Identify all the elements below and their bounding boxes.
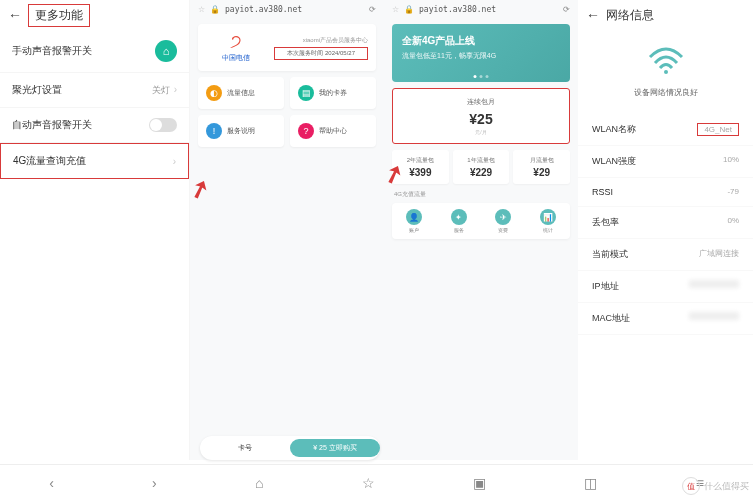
grid-label: 我的卡券	[319, 88, 347, 98]
grid-traffic-info[interactable]: ◐流量信息	[198, 77, 284, 109]
row-4g-recharge[interactable]: 4G流量查询充值 ›	[0, 143, 189, 179]
telecom-card: ੭ 中国电信 xiaomi产品会员服务中心 本次服务时间 2024/05/27	[198, 24, 376, 71]
buy-now-button[interactable]: ¥ 25 立即购买	[290, 439, 380, 457]
grid-service-info[interactable]: !服务说明	[198, 115, 284, 147]
row-auto-alarm[interactable]: 自动声音报警开关	[0, 108, 189, 143]
user-icon: 👤	[406, 209, 422, 225]
url-bar: ☆ 🔒 payiot.av380.net ⟳	[190, 0, 384, 19]
nav-home-icon[interactable]: ⌂	[255, 475, 263, 491]
nav-windows-icon[interactable]: ◫	[584, 475, 597, 491]
promo-banner[interactable]: 全新4G产品上线 流量包低至11元，畅享无限4G	[392, 24, 570, 82]
banner-title: 全新4G产品上线	[402, 34, 560, 48]
chevron-right-icon: ›	[174, 84, 177, 95]
telecom-line1: xiaomi产品会员服务中心	[266, 36, 368, 45]
grid-label: 帮助中心	[319, 126, 347, 136]
ip-value	[689, 280, 739, 288]
pack-row: 2年流量包¥399 1年流量包¥229 月流量包¥29	[392, 150, 570, 184]
nav-fwd-icon[interactable]: ›	[152, 475, 157, 491]
reload-icon[interactable]: ⟳	[369, 5, 376, 14]
pack-price: ¥25	[401, 111, 561, 127]
home-icon: ⌂	[155, 40, 177, 62]
row-spotlight[interactable]: 聚光灯设置 关灯›	[0, 73, 189, 108]
row-label: 手动声音报警开关	[12, 44, 92, 58]
grid-label: 流量信息	[227, 88, 255, 98]
wifi-icon	[578, 46, 753, 83]
help-icon: ?	[298, 123, 314, 139]
ic-stats[interactable]: 📊统计	[540, 209, 556, 233]
ic-service[interactable]: ✦服务	[451, 209, 467, 233]
star-icon[interactable]: ☆	[198, 5, 205, 14]
chevron-right-icon: ›	[173, 156, 176, 167]
wifi-status-text: 设备网络情况良好	[578, 87, 753, 98]
back-icon[interactable]: ←	[586, 7, 600, 23]
watermark: 值 什么值得买	[682, 477, 749, 495]
recharge-label: 4G充值流量	[394, 190, 568, 199]
grid-my-cards[interactable]: ▤我的卡券	[290, 77, 376, 109]
lock-icon: 🔒	[210, 5, 220, 14]
row-mac: MAC地址	[578, 303, 753, 335]
wifi-status: 设备网络情况良好	[578, 30, 753, 114]
plane-icon: ✈	[495, 209, 511, 225]
row-ip: IP地址	[578, 271, 753, 303]
purchase-bar[interactable]: 卡号 ¥ 25 立即购买	[200, 436, 380, 460]
pack-title: 2年流量包	[395, 156, 446, 165]
grid-label: 服务说明	[227, 126, 255, 136]
star-icon[interactable]: ☆	[392, 5, 399, 14]
row-label: 聚光灯设置	[12, 83, 62, 97]
page-title: 更多功能	[28, 4, 90, 27]
telecom-date: 本次服务时间 2024/05/27	[274, 47, 368, 60]
traffic-icon: ◐	[206, 85, 222, 101]
nav-back-icon[interactable]: ‹	[49, 475, 54, 491]
pack-unit: 元/月	[401, 129, 561, 135]
toggle-switch[interactable]	[149, 118, 177, 132]
url-text: payiot.av380.net	[225, 5, 302, 14]
reload-icon[interactable]: ⟳	[563, 5, 570, 14]
row-rssi: RSSI-79	[578, 178, 753, 207]
pack-1y[interactable]: 1年流量包¥229	[453, 150, 510, 184]
nav-bookmark-icon[interactable]: ☆	[362, 475, 375, 491]
featured-pack[interactable]: 连续包月 ¥25 元/月	[392, 88, 570, 144]
watermark-text: 什么值得买	[704, 480, 749, 493]
back-icon[interactable]: ←	[8, 7, 22, 23]
star-icon-2: ✦	[451, 209, 467, 225]
card-number-tab[interactable]: 卡号	[200, 443, 290, 453]
ic-fee[interactable]: ✈资费	[495, 209, 511, 233]
row-value: 关灯	[152, 85, 170, 95]
row-mode: 当前模式广域网连接	[578, 239, 753, 271]
row-label: 4G流量查询充值	[13, 154, 86, 168]
pack-title: 月流量包	[516, 156, 567, 165]
row-label: 自动声音报警开关	[12, 118, 92, 132]
grid-help[interactable]: ?帮助中心	[290, 115, 376, 147]
row-manual-alarm[interactable]: 手动声音报警开关 ⌂	[0, 30, 189, 73]
ic-account[interactable]: 👤账户	[406, 209, 422, 233]
pack-price: ¥229	[456, 167, 507, 178]
row-wlan-strength: WLAN强度10%	[578, 146, 753, 178]
url-text: payiot.av380.net	[419, 5, 496, 14]
lock-icon: 🔒	[404, 5, 414, 14]
banner-sub: 流量包低至11元，畅享无限4G	[402, 51, 560, 61]
info-icon: !	[206, 123, 222, 139]
pack-month[interactable]: 月流量包¥29	[513, 150, 570, 184]
browser-bottom-bar: ‹ › ⌂ ☆ ▣ ◫ ≡	[0, 464, 753, 500]
page-title: 网络信息	[606, 7, 654, 24]
row-packet-loss: 丢包率0%	[578, 207, 753, 239]
nav-tabs-icon[interactable]: ▣	[473, 475, 486, 491]
svg-point-0	[664, 70, 668, 74]
network-info-list: WLAN名称4G_Net WLAN强度10% RSSI-79 丢包率0% 当前模…	[578, 114, 753, 335]
pack-price: ¥29	[516, 167, 567, 178]
mac-value	[689, 312, 739, 320]
telecom-logo: ੭ 中国电信	[206, 32, 266, 63]
pack-title: 1年流量包	[456, 156, 507, 165]
url-bar: ☆ 🔒 payiot.av380.net ⟳	[384, 0, 578, 19]
icon-row: 👤账户 ✦服务 ✈资费 📊统计	[392, 203, 570, 239]
chart-icon: 📊	[540, 209, 556, 225]
feature-grid: ◐流量信息 ▤我的卡券 !服务说明 ?帮助中心	[198, 77, 376, 147]
card-icon: ▤	[298, 85, 314, 101]
row-wlan-name: WLAN名称4G_Net	[578, 114, 753, 146]
settings-list: 手动声音报警开关 ⌂ 聚光灯设置 关灯› 自动声音报警开关 4G流量查询充值 ›	[0, 30, 189, 179]
wlan-value: 4G_Net	[697, 123, 739, 136]
watermark-icon: 值	[682, 477, 700, 495]
pack-title: 连续包月	[401, 97, 561, 107]
